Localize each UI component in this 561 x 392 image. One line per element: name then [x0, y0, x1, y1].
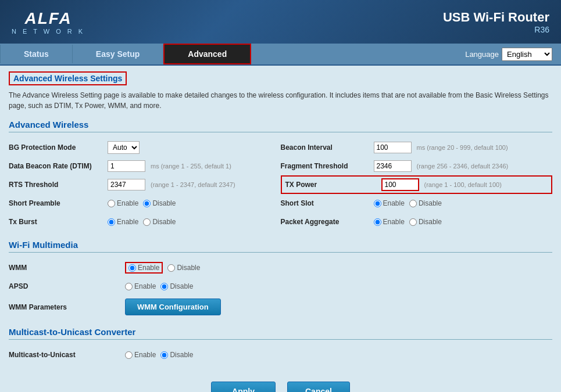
apsd-enable-radio[interactable]: [125, 283, 133, 290]
tx-power-control: (range 1 - 100, default 100): [381, 178, 548, 191]
fragment-threshold-control: (range 256 - 2346, default 2346): [374, 160, 553, 172]
data-beacon-control: ms (range 1 - 255, default 1): [108, 160, 281, 172]
apply-button[interactable]: Apply: [211, 382, 276, 392]
short-slot-disable-radio[interactable]: [409, 200, 417, 207]
tab-easy-setup[interactable]: Easy Setup: [73, 45, 163, 63]
short-preamble-disable-radio[interactable]: [143, 200, 151, 207]
data-beacon-hint: ms (range 1 - 255, default 1): [151, 163, 231, 170]
header-right: USB Wi-Fi Router R36: [443, 10, 549, 34]
tx-burst-disable-label[interactable]: Disable: [143, 218, 176, 226]
rts-threshold-control: (range 1 - 2347, default 2347): [108, 179, 281, 190]
tx-power-row: TX Power (range 1 - 100, default 100): [281, 175, 553, 194]
product-model: R36: [443, 25, 549, 34]
short-preamble-row: Short Preamble Enable Disable: [9, 194, 281, 213]
cancel-button[interactable]: Cancel: [287, 382, 350, 392]
packet-aggregate-enable-label[interactable]: Enable: [374, 218, 405, 226]
multicast-enable-radio[interactable]: [125, 351, 133, 359]
short-slot-control: Enable Disable: [374, 199, 553, 207]
tx-power-label: TX Power: [285, 181, 378, 189]
logo-area: ALFA N E T W O R K: [12, 9, 85, 35]
beacon-interval-label: Beacon Interval: [281, 143, 374, 152]
wmm-disable-label[interactable]: Disable: [167, 264, 200, 272]
wmm-parameters-row: WMM Parameters WMM Configuration: [9, 296, 552, 318]
apsd-row: APSD Enable Disable: [9, 277, 552, 296]
packet-aggregate-row: Packet Aggregate Enable Disable: [281, 213, 553, 231]
short-slot-label: Short Slot: [281, 199, 374, 207]
packet-aggregate-label: Packet Aggregate: [281, 218, 374, 226]
page-description: The Advance Wireless Setting page is ava…: [9, 90, 552, 111]
data-beacon-input[interactable]: [108, 160, 145, 172]
nav-language: Language English Chinese Japanese: [465, 48, 561, 61]
beacon-interval-input[interactable]: [374, 142, 412, 153]
wmm-disable-radio[interactable]: [167, 264, 175, 272]
advanced-wireless-title: Advanced Wireless: [9, 120, 552, 132]
tx-burst-enable-radio[interactable]: [108, 218, 115, 226]
tx-burst-disable-radio[interactable]: [143, 218, 151, 226]
wmm-section: Wi-Fi Multimedia WMM Enable Disable APSD…: [9, 240, 552, 318]
multicast-title: Multicast-to-Unicast Converter: [9, 327, 552, 340]
multicast-control: Enable Disable: [125, 351, 552, 359]
multicast-disable-label[interactable]: Disable: [160, 351, 193, 359]
section-title-box: Advanced Wireless Settings: [9, 71, 127, 85]
tx-burst-control: Enable Disable: [108, 218, 281, 226]
fragment-threshold-label: Fragment Threshold: [281, 162, 374, 170]
packet-aggregate-disable-radio[interactable]: [409, 218, 417, 226]
apsd-control: Enable Disable: [125, 282, 552, 290]
fragment-threshold-hint: (range 256 - 2346, default 2346): [417, 163, 509, 170]
short-preamble-enable-label[interactable]: Enable: [108, 199, 138, 207]
data-beacon-row: Data Beacon Rate (DTIM) ms (range 1 - 25…: [9, 157, 281, 175]
packet-aggregate-disable-label[interactable]: Disable: [409, 218, 442, 226]
short-slot-enable-radio[interactable]: [374, 200, 381, 207]
data-beacon-label: Data Beacon Rate (DTIM): [9, 162, 108, 170]
tx-burst-row: Tx Burst Enable Disable: [9, 213, 281, 231]
short-slot-enable-label[interactable]: Enable: [374, 199, 405, 207]
short-preamble-label: Short Preamble: [9, 199, 108, 207]
wmm-label: WMM: [9, 264, 125, 272]
rts-threshold-label: RTS Threshold: [9, 181, 108, 189]
wmm-control: Enable Disable: [125, 262, 552, 274]
header: ALFA N E T W O R K USB Wi-Fi Router R36: [0, 0, 561, 44]
nav-bar: Status Easy Setup Advanced Language Engl…: [0, 44, 561, 66]
bg-protection-row: BG Protection Mode Auto On Off: [9, 138, 281, 157]
wmm-enable-radio[interactable]: [128, 264, 136, 272]
short-preamble-enable-radio[interactable]: [108, 200, 115, 207]
rts-threshold-input[interactable]: [108, 179, 145, 190]
rts-threshold-row: RTS Threshold (range 1 - 2347, default 2…: [9, 175, 281, 194]
short-slot-disable-label[interactable]: Disable: [409, 199, 442, 207]
bg-protection-label: BG Protection Mode: [9, 143, 108, 152]
tx-burst-label: Tx Burst: [9, 218, 108, 226]
multicast-disable-radio[interactable]: [160, 351, 168, 359]
beacon-interval-row: Beacon Interval ms (range 20 - 999, defa…: [281, 138, 553, 157]
bg-protection-control: Auto On Off: [108, 141, 281, 154]
multicast-row: Multicast-to-Unicast Enable Disable: [9, 346, 552, 364]
apsd-enable-label[interactable]: Enable: [125, 282, 156, 290]
wmm-configuration-button[interactable]: WMM Configuration: [125, 299, 221, 315]
packet-aggregate-enable-radio[interactable]: [374, 218, 381, 226]
fragment-threshold-input[interactable]: [374, 160, 412, 172]
apsd-disable-radio[interactable]: [160, 283, 168, 290]
logo-text: ALFA: [25, 9, 72, 28]
logo-network: N E T W O R K: [12, 28, 85, 35]
packet-aggregate-control: Enable Disable: [374, 218, 553, 226]
short-preamble-control: Enable Disable: [108, 199, 281, 207]
rts-threshold-hint: (range 1 - 2347, default 2347): [151, 181, 235, 188]
apsd-disable-label[interactable]: Disable: [160, 282, 193, 290]
multicast-label: Multicast-to-Unicast: [9, 351, 125, 359]
beacon-interval-control: ms (range 20 - 999, default 100): [374, 142, 553, 153]
wmm-parameters-label: WMM Parameters: [9, 303, 125, 311]
tab-status[interactable]: Status: [0, 45, 73, 63]
tx-burst-enable-label[interactable]: Enable: [108, 218, 138, 226]
wmm-row: WMM Enable Disable: [9, 258, 552, 277]
settings-grid: BG Protection Mode Auto On Off Data Beac…: [9, 138, 552, 231]
language-select[interactable]: English Chinese Japanese: [502, 48, 552, 61]
action-buttons: Apply Cancel: [9, 376, 552, 392]
wmm-title: Wi-Fi Multimedia: [9, 240, 552, 253]
short-slot-row: Short Slot Enable Disable: [281, 194, 553, 213]
multicast-enable-label[interactable]: Enable: [125, 351, 156, 359]
bg-protection-select[interactable]: Auto On Off: [108, 141, 140, 154]
tx-power-hint: (range 1 - 100, default 100): [424, 181, 502, 188]
content-area: Advanced Wireless Settings The Advance W…: [0, 66, 561, 392]
tx-power-input[interactable]: [381, 178, 419, 191]
short-preamble-disable-label[interactable]: Disable: [143, 199, 176, 207]
tab-advanced[interactable]: Advanced: [163, 44, 251, 64]
